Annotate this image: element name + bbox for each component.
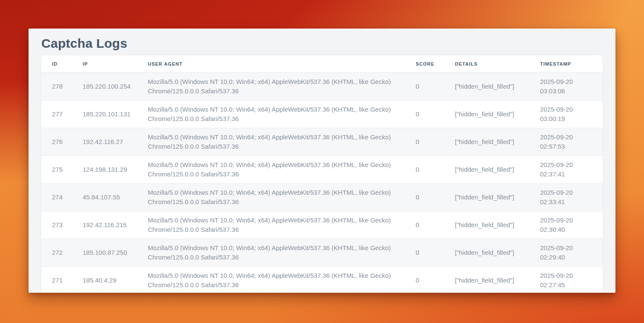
cell-user-agent: Mozilla/5.0 (Windows NT 10.0; Win64; x64… (137, 239, 405, 267)
cell-details: ["hidden_field_filled"] (444, 156, 529, 184)
cell-id: 274 (41, 184, 72, 211)
table-row: 274 45.84.107.55 Mozilla/5.0 (Windows NT… (41, 184, 603, 211)
cell-score: 0 (405, 239, 444, 267)
table-row: 276 192.42.116.27 Mozilla/5.0 (Windows N… (41, 128, 603, 156)
table-row: 275 124.198.131.29 Mozilla/5.0 (Windows … (41, 156, 603, 184)
cell-timestamp: 2025-09-20 02:37:41 (529, 156, 603, 184)
cell-details: ["hidden_field_filled"] (444, 267, 529, 293)
captcha-logs-table: ID IP USER AGENT SCORE DETAILS TIMESTAMP… (41, 55, 603, 293)
cell-timestamp: 2025-09-20 02:30:40 (529, 211, 603, 239)
cell-timestamp: 2025-09-20 02:29:40 (529, 239, 603, 267)
cell-ip: 185.220.100.254 (72, 73, 137, 101)
captcha-logs-card: Captcha Logs ID IP USER AGENT SCORE DETA… (29, 29, 615, 293)
cell-details: ["hidden_field_filled"] (444, 128, 529, 156)
table-row: 272 185.100.87.250 Mozilla/5.0 (Windows … (41, 239, 603, 267)
cell-user-agent: Mozilla/5.0 (Windows NT 10.0; Win64; x64… (137, 211, 405, 239)
column-header-score: SCORE (405, 55, 444, 73)
column-header-user-agent: USER AGENT (137, 55, 405, 73)
cell-id: 278 (41, 73, 72, 101)
cell-ip: 192.42.116.215 (72, 211, 137, 239)
table-row: 278 185.220.100.254 Mozilla/5.0 (Windows… (41, 73, 603, 101)
cell-ip: 124.198.131.29 (72, 156, 137, 184)
cell-details: ["hidden_field_filled"] (444, 239, 529, 267)
page-background: { "page": { "title": "Captcha Logs" }, "… (0, 0, 644, 323)
column-header-timestamp: TIMESTAMP (529, 55, 603, 73)
cell-user-agent: Mozilla/5.0 (Windows NT 10.0; Win64; x64… (137, 128, 405, 156)
table-row: 271 185.40.4.29 Mozilla/5.0 (Windows NT … (41, 267, 603, 293)
cell-ip: 185.220.101.131 (72, 101, 137, 128)
table-body: 278 185.220.100.254 Mozilla/5.0 (Windows… (41, 73, 603, 293)
table-row: 273 192.42.116.215 Mozilla/5.0 (Windows … (41, 211, 603, 239)
cell-details: ["hidden_field_filled"] (444, 184, 529, 211)
cell-id: 277 (41, 101, 72, 128)
cell-timestamp: 2025-09-20 02:27:45 (529, 267, 603, 293)
cell-id: 276 (41, 128, 72, 156)
table-row: 277 185.220.101.131 Mozilla/5.0 (Windows… (41, 101, 603, 128)
cell-timestamp: 2025-09-20 02:57:53 (529, 128, 603, 156)
cell-id: 273 (41, 211, 72, 239)
table-header: ID IP USER AGENT SCORE DETAILS TIMESTAMP (41, 55, 603, 73)
cell-id: 275 (41, 156, 72, 184)
cell-id: 272 (41, 239, 72, 267)
cell-score: 0 (405, 73, 444, 101)
cell-user-agent: Mozilla/5.0 (Windows NT 10.0; Win64; x64… (137, 101, 405, 128)
cell-timestamp: 2025-09-20 03:03:06 (529, 73, 603, 101)
cell-score: 0 (405, 128, 444, 156)
cell-ip: 45.84.107.55 (72, 184, 137, 211)
table-header-row: ID IP USER AGENT SCORE DETAILS TIMESTAMP (41, 55, 603, 73)
cell-id: 271 (41, 267, 72, 293)
cell-user-agent: Mozilla/5.0 (Windows NT 10.0; Win64; x64… (137, 267, 405, 293)
cell-ip: 185.100.87.250 (72, 239, 137, 267)
cell-user-agent: Mozilla/5.0 (Windows NT 10.0; Win64; x64… (137, 184, 405, 211)
column-header-ip: IP (72, 55, 137, 73)
column-header-details: DETAILS (444, 55, 529, 73)
cell-details: ["hidden_field_filled"] (444, 211, 529, 239)
cell-score: 0 (405, 211, 444, 239)
cell-score: 0 (405, 184, 444, 211)
cell-ip: 192.42.116.27 (72, 128, 137, 156)
cell-details: ["hidden_field_filled"] (444, 73, 529, 101)
cell-timestamp: 2025-09-20 03:00:19 (529, 101, 603, 128)
cell-user-agent: Mozilla/5.0 (Windows NT 10.0; Win64; x64… (137, 156, 405, 184)
cell-user-agent: Mozilla/5.0 (Windows NT 10.0; Win64; x64… (137, 73, 405, 101)
cell-score: 0 (405, 267, 444, 293)
captcha-logs-table-container: ID IP USER AGENT SCORE DETAILS TIMESTAMP… (41, 55, 603, 293)
cell-timestamp: 2025-09-20 02:33:41 (529, 184, 603, 211)
page-title: Captcha Logs (29, 29, 615, 55)
cell-details: ["hidden_field_filled"] (444, 101, 529, 128)
cell-ip: 185.40.4.29 (72, 267, 137, 293)
column-header-id: ID (41, 55, 72, 73)
cell-score: 0 (405, 156, 444, 184)
cell-score: 0 (405, 101, 444, 128)
